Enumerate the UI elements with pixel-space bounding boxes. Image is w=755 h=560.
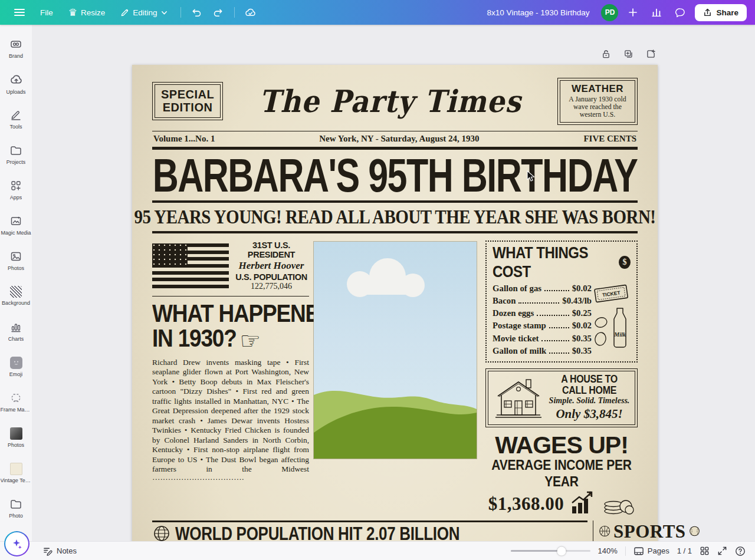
document-title[interactable]: 8x10 Vintage - 1930 Birthday [487, 8, 590, 17]
cost-item: Dozen eggs$0.25 [493, 308, 592, 318]
help-button[interactable] [735, 546, 746, 556]
pages-label: Pages [648, 546, 669, 555]
bar-chart-icon [651, 7, 662, 18]
sidebar-item-apps[interactable]: Apps [0, 172, 32, 207]
sidebar-item-magic-media[interactable]: Magic Media [0, 207, 32, 243]
cost-item: Bacon$0.43/lb [493, 296, 592, 306]
headline-block[interactable]: BARBARA'S 95TH BIRTHDAY [152, 150, 638, 203]
sidebar-item-charts[interactable]: Charts [0, 314, 32, 349]
sidebar-item-vintage-textures[interactable]: Vintage Tex... [0, 455, 32, 490]
sidebar-item-photos-2[interactable]: Photos [0, 420, 32, 455]
editing-mode-dropdown[interactable]: Editing [114, 5, 173, 21]
costs-illustrations: TICKET Milk [592, 281, 631, 356]
cost-item-label: Gallon of gas [493, 284, 541, 294]
add-member-button[interactable] [624, 4, 642, 21]
sparkle-icon [11, 538, 24, 551]
costs-list: Gallon of gas$0.02 Bacon$0.43/lb Dozen e… [493, 281, 592, 356]
file-menu-button[interactable]: File [34, 5, 59, 21]
avatar[interactable]: PD [601, 4, 618, 21]
undo-icon [191, 7, 202, 18]
comments-button[interactable] [671, 4, 689, 21]
pages-button[interactable]: Pages [633, 546, 669, 556]
special-edition-box[interactable]: SPECIAL EDITION [152, 82, 223, 120]
resize-button[interactable]: ♛ Resize [63, 4, 111, 21]
resize-label: Resize [81, 8, 105, 17]
zoom-slider-handle[interactable] [557, 546, 566, 555]
lock-icon [601, 49, 611, 59]
what-happened-title[interactable]: WHAT HAPPENED IN 1930?☞ [152, 301, 309, 353]
lock-page-button[interactable] [599, 47, 612, 60]
sidebar-item-tools[interactable]: Tools [0, 101, 32, 137]
wages-subtitle: AVERAGE INCOME PER YEAR [485, 456, 638, 490]
sidebar-item-label: Frame Maker [1, 407, 32, 413]
zoom-slider[interactable] [511, 550, 590, 552]
toolbar-divider [234, 7, 235, 18]
pencil-icon [120, 8, 129, 17]
sidebar-item-photo[interactable]: Photo [0, 490, 32, 526]
file-menu-label: File [40, 8, 53, 17]
newspaper-title[interactable]: The Party Times [231, 84, 549, 120]
share-label: Share [716, 8, 738, 17]
cloud-graphic [347, 258, 435, 291]
plus-icon [628, 8, 638, 17]
zoom-level[interactable]: 140% [598, 546, 618, 555]
canva-assistant-button[interactable] [4, 531, 29, 556]
weather-box[interactable]: WEATHER A January 1930 cold wave reached… [557, 78, 638, 125]
sidebar-item-photos[interactable]: Photos [0, 243, 32, 278]
photo-placeholder[interactable] [314, 242, 477, 459]
what-happened-line1: WHAT HAPPENED [152, 299, 334, 327]
duplicate-page-icon [623, 49, 633, 59]
grid-view-button[interactable] [700, 546, 710, 556]
population-banner[interactable]: WORLD POPULATION HIT 2.07 BILLION [152, 521, 587, 541]
globe-icon [153, 525, 170, 541]
grid-view-icon [700, 546, 710, 556]
share-button[interactable]: Share [695, 4, 747, 21]
sidebar-item-label: Apps [10, 195, 22, 200]
special-edition-line1: SPECIAL [161, 88, 214, 101]
editing-mode-label: Editing [133, 8, 157, 17]
what-happened-body[interactable]: Richard Drew invents masking tape • Firs… [152, 358, 309, 485]
sidebar-item-label: Photo [9, 513, 23, 519]
duplicate-page-button[interactable] [622, 47, 635, 60]
page-controls [599, 47, 657, 60]
cost-item: Movie ticket$0.35 [493, 334, 592, 344]
sports-highlights-block[interactable]: SPORTS HIGHLIGHTS · ✦ · World Series Cha… [593, 521, 700, 541]
sidebar-item-label: Photos [8, 265, 24, 271]
house-box[interactable]: A HOUSE TO CALL HOME Simple. Solid. Time… [485, 368, 638, 427]
undo-button[interactable] [188, 4, 206, 21]
redo-button[interactable] [209, 4, 227, 21]
what-things-cost-box[interactable]: WHAT THINGS COST $ Gallon of gas$0.02 Ba… [485, 241, 638, 363]
baseball-icon [689, 523, 700, 539]
insights-button[interactable] [648, 4, 665, 21]
notes-button[interactable]: Notes [42, 546, 77, 556]
sidebar-item-uploads[interactable]: Uploads [0, 66, 32, 101]
basketball-icon [599, 522, 610, 540]
sidebar-item-frame-maker[interactable]: Frame Maker [0, 384, 32, 420]
income-chart-icon: $ [569, 490, 597, 515]
vintage-textures-icon [10, 463, 22, 475]
cost-item-label: Bacon [493, 296, 516, 306]
brand-icon [9, 38, 22, 51]
house-title: A HOUSE TO CALL HOME [549, 373, 630, 397]
president-block[interactable]: 31ST U.S. PRESIDENT Herbert Hoover U.S. … [152, 241, 309, 297]
fullscreen-button[interactable] [717, 546, 727, 556]
magic-media-icon [9, 215, 22, 228]
design-page[interactable]: SPECIAL EDITION The Party Times WEATHER … [132, 65, 658, 541]
main-menu-button[interactable] [8, 5, 31, 19]
sidebar-item-projects[interactable]: Projects [0, 137, 32, 172]
add-page-button[interactable] [644, 47, 657, 60]
dollar-badge-icon: $ [619, 256, 631, 269]
sidebar-item-emoji[interactable]: Emoji [0, 349, 32, 384]
tools-icon [9, 108, 22, 121]
subheadline-block[interactable]: 95 YEARS YOUNG! READ ALL ABOUT THE YEAR … [152, 203, 638, 233]
dateline: New York, NY - Saturday, August 24, 1930 [215, 134, 583, 144]
cloud-save-status-button[interactable] [242, 4, 260, 21]
left-column: 31ST U.S. PRESIDENT Herbert Hoover U.S. … [152, 241, 309, 515]
milk-bottle-icon: Milk [611, 306, 629, 348]
sidebar-item-background[interactable]: Background [0, 278, 32, 314]
wages-block[interactable]: WAGES UP! AVERAGE INCOME PER YEAR $1,368… [485, 432, 638, 515]
projects-folder-icon [9, 144, 22, 157]
eggs-icon [593, 315, 609, 348]
sidebar-item-brand[interactable]: Brand [0, 31, 32, 66]
sidebar-item-label: Emoji [9, 371, 23, 377]
